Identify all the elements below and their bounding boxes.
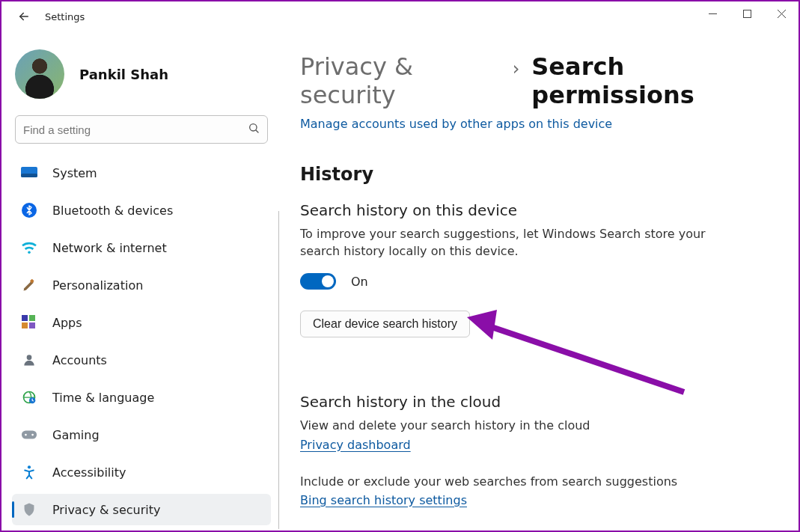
sidebar-item-privacy-security[interactable]: Privacy & security <box>12 494 271 525</box>
sidebar-item-accounts[interactable]: Accounts <box>12 344 271 376</box>
shield-icon <box>21 501 37 518</box>
svg-rect-11 <box>22 315 28 321</box>
device-history-title: Search history on this device <box>300 201 776 219</box>
minimize-button[interactable] <box>695 1 730 25</box>
titlebar: Settings <box>1 1 799 31</box>
cloud-history-block: Search history in the cloud View and del… <box>300 393 776 507</box>
sidebar-item-label: Accessibility <box>52 465 126 480</box>
search-box[interactable] <box>15 115 268 144</box>
sidebar-item-apps[interactable]: Apps <box>12 307 271 338</box>
sidebar-item-bluetooth[interactable]: Bluetooth & devices <box>12 195 271 226</box>
breadcrumb: Privacy & security › Search permissions <box>300 52 776 109</box>
sidebar-item-time-language[interactable]: Time & language <box>12 382 271 413</box>
sidebar-item-label: Gaming <box>52 428 100 442</box>
back-button[interactable] <box>15 7 33 25</box>
svg-rect-12 <box>29 315 35 321</box>
svg-rect-18 <box>22 431 37 439</box>
svg-point-15 <box>27 355 32 360</box>
app-title: Settings <box>45 11 85 22</box>
svg-point-19 <box>25 434 27 436</box>
chevron-right-icon: › <box>513 58 520 79</box>
person-icon <box>21 352 37 368</box>
search-input[interactable] <box>23 123 248 136</box>
nav-list: System Bluetooth & devices Network & int… <box>12 157 271 525</box>
user-profile[interactable]: Pankil Shah <box>15 49 271 99</box>
sidebar-item-network[interactable]: Network & internet <box>12 232 271 263</box>
sidebar-item-label: Bluetooth & devices <box>52 204 173 218</box>
svg-line-5 <box>256 130 258 132</box>
sidebar-item-label: System <box>52 166 97 180</box>
sidebar-item-accessibility[interactable]: Accessibility <box>12 456 271 488</box>
privacy-dashboard-link[interactable]: Privacy dashboard <box>300 438 411 452</box>
bluetooth-icon <box>21 202 37 218</box>
apps-icon <box>21 314 37 331</box>
svg-rect-1 <box>743 10 751 17</box>
svg-rect-7 <box>21 174 37 177</box>
wifi-icon <box>21 239 37 256</box>
search-icon <box>248 122 260 137</box>
bing-history-link[interactable]: Bing search history settings <box>300 493 467 507</box>
sidebar-item-label: Apps <box>52 316 82 330</box>
cloud-history-line1: View and delete your search history in t… <box>300 417 719 434</box>
cloud-history-line2: Include or exclude your web searches fro… <box>300 473 719 490</box>
sidebar-item-label: Time & language <box>52 391 154 405</box>
close-button[interactable] <box>764 1 799 25</box>
sidebar-item-label: Network & internet <box>52 241 167 255</box>
device-history-desc: To improve your search suggestions, let … <box>300 225 719 260</box>
svg-rect-13 <box>22 322 28 328</box>
maximize-button[interactable] <box>730 1 764 25</box>
device-history-toggle[interactable] <box>300 273 336 290</box>
breadcrumb-parent[interactable]: Privacy & security <box>300 52 501 109</box>
svg-rect-14 <box>29 322 35 328</box>
sidebar-item-system[interactable]: System <box>12 157 271 189</box>
sidebar-item-label: Accounts <box>52 353 107 367</box>
page-title: Search permissions <box>531 52 776 109</box>
system-icon <box>21 165 37 181</box>
clear-device-history-button[interactable]: Clear device search history <box>300 311 470 337</box>
history-heading: History <box>300 164 776 185</box>
sidebar-item-gaming[interactable]: Gaming <box>12 419 271 450</box>
accessibility-icon <box>21 464 37 480</box>
clock-globe-icon <box>21 389 37 406</box>
brush-icon <box>21 277 37 293</box>
manage-accounts-link[interactable]: Manage accounts used by other apps on th… <box>300 117 612 131</box>
svg-point-9 <box>28 251 31 254</box>
toggle-state-label: On <box>351 275 368 289</box>
content-divider <box>278 211 279 529</box>
gamepad-icon <box>21 426 37 443</box>
sidebar-item-label: Personalization <box>52 278 143 293</box>
svg-point-20 <box>31 434 34 436</box>
svg-point-21 <box>28 465 31 468</box>
sidebar-item-label: Privacy & security <box>52 503 160 517</box>
sidebar: Pankil Shah System Bluetooth & devices N… <box>1 31 278 531</box>
cloud-history-title: Search history in the cloud <box>300 393 776 411</box>
sidebar-item-personalization[interactable]: Personalization <box>12 269 271 301</box>
main-content: Privacy & security › Search permissions … <box>278 31 799 531</box>
window-controls <box>695 1 799 25</box>
user-name: Pankil Shah <box>79 67 168 82</box>
device-history-block: Search history on this device To improve… <box>300 201 776 367</box>
avatar <box>15 49 64 99</box>
